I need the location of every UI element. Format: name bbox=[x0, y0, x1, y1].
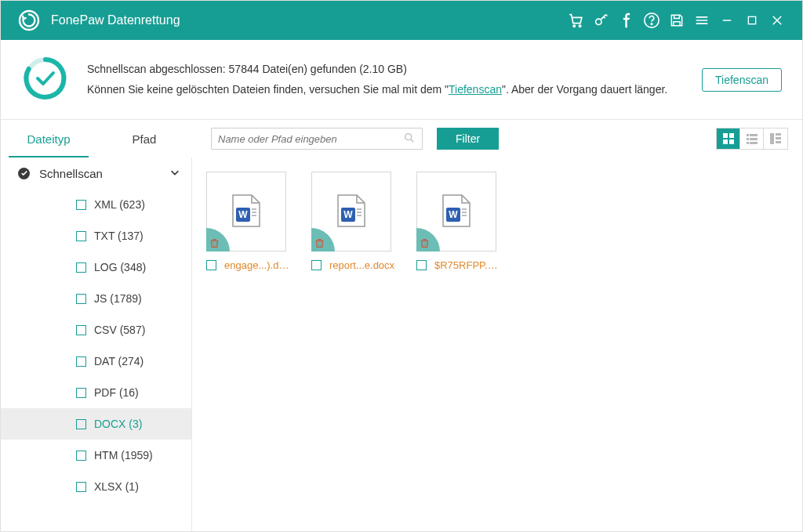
chevron-down-icon[interactable] bbox=[169, 167, 180, 180]
deep-scan-button[interactable]: Tiefenscan bbox=[702, 68, 782, 92]
checkbox-icon[interactable] bbox=[76, 388, 86, 398]
sidebar-item[interactable]: XLSX (1) bbox=[1, 471, 191, 502]
sidebar-item[interactable]: XML (623) bbox=[1, 189, 191, 220]
checkbox-icon[interactable] bbox=[76, 200, 86, 210]
key-icon[interactable] bbox=[589, 1, 614, 40]
file-label-row: $R75RFPP.docx bbox=[416, 259, 503, 271]
file-thumbnail[interactable]: W bbox=[416, 172, 496, 252]
sidebar-item[interactable]: DAT (274) bbox=[1, 346, 191, 377]
checkbox-icon[interactable] bbox=[76, 451, 86, 461]
svg-point-3 bbox=[596, 19, 601, 24]
svg-rect-17 bbox=[729, 133, 734, 138]
word-document-icon: W bbox=[231, 194, 261, 230]
checkbox-icon[interactable] bbox=[311, 260, 322, 270]
toolbar: Dateityp Pfad Filter bbox=[1, 120, 802, 157]
word-document-icon: W bbox=[441, 194, 471, 230]
svg-text:W: W bbox=[343, 209, 353, 220]
file-card[interactable]: W engage...).docx bbox=[206, 172, 292, 271]
tree-root-label: Schnellscan bbox=[39, 167, 103, 180]
sidebar-item[interactable]: DOCX (3) bbox=[1, 408, 191, 440]
svg-point-5 bbox=[651, 24, 652, 25]
checkbox-icon[interactable] bbox=[76, 231, 86, 241]
checkmark-icon bbox=[18, 168, 30, 179]
svg-text:W: W bbox=[238, 209, 248, 220]
tab-filetype[interactable]: Dateityp bbox=[1, 120, 96, 157]
checkbox-icon[interactable] bbox=[76, 294, 86, 304]
svg-rect-10 bbox=[748, 16, 755, 24]
svg-point-14 bbox=[405, 133, 412, 139]
svg-rect-28 bbox=[776, 137, 781, 139]
checkbox-icon[interactable] bbox=[76, 356, 86, 367]
deleted-badge-icon bbox=[311, 228, 335, 252]
filter-button[interactable]: Filter bbox=[437, 128, 499, 150]
file-name: report...e.docx bbox=[329, 259, 394, 271]
sidebar-item[interactable]: JS (1789) bbox=[1, 283, 191, 314]
facebook-icon[interactable] bbox=[614, 1, 639, 40]
file-label-row: report...e.docx bbox=[311, 259, 398, 271]
sidebar-item[interactable]: HTM (1959) bbox=[1, 440, 191, 471]
scan-file-count: 57844 Datei(en) gefunden (2.10 GB) bbox=[229, 63, 407, 75]
search-input[interactable] bbox=[218, 133, 403, 145]
checkbox-icon[interactable] bbox=[206, 260, 216, 270]
sidebar-item[interactable]: TXT (137) bbox=[1, 220, 191, 252]
app-title: FonePaw Datenrettung bbox=[51, 13, 180, 27]
titlebar: FonePaw Datenrettung bbox=[1, 1, 802, 40]
sidebar-item[interactable]: PDF (16) bbox=[1, 377, 191, 408]
scan-summary: Schnellscan abgeschlossen: 57844 Datei(e… bbox=[1, 40, 802, 120]
search-icon[interactable] bbox=[403, 132, 416, 147]
file-grid: W engage...).docx W report...e.docx W $R… bbox=[192, 157, 802, 532]
svg-point-2 bbox=[579, 25, 580, 27]
sidebar-item-label: LOG (348) bbox=[94, 261, 146, 273]
scan-complete-icon bbox=[21, 54, 70, 105]
sidebar-item-label: XLSX (1) bbox=[94, 480, 139, 493]
view-mode-switch bbox=[716, 128, 788, 150]
tab-path[interactable]: Pfad bbox=[96, 120, 192, 157]
svg-text:W: W bbox=[449, 209, 458, 220]
sidebar-item-label: JS (1789) bbox=[94, 292, 142, 305]
sidebar-item[interactable]: CSV (587) bbox=[1, 314, 191, 346]
view-grid-button[interactable] bbox=[717, 128, 740, 149]
checkbox-icon[interactable] bbox=[76, 482, 86, 492]
checkbox-icon[interactable] bbox=[76, 325, 86, 335]
scan-hint-prefix: Können Sie keine gelöschten Dateien find… bbox=[87, 83, 449, 96]
sidebar-item-label: DAT (274) bbox=[94, 355, 144, 367]
shop-icon[interactable] bbox=[564, 1, 589, 40]
svg-rect-27 bbox=[776, 133, 781, 136]
maximize-icon[interactable] bbox=[739, 1, 765, 40]
file-thumbnail[interactable]: W bbox=[206, 172, 286, 252]
sidebar-item-label: XML (623) bbox=[94, 198, 145, 211]
search-box[interactable] bbox=[211, 128, 423, 150]
sidebar-item-label: TXT (137) bbox=[94, 230, 144, 242]
svg-point-1 bbox=[573, 25, 575, 27]
word-document-icon: W bbox=[336, 194, 366, 230]
sidebar: Schnellscan XML (623)TXT (137)LOG (348)J… bbox=[1, 157, 192, 532]
help-icon[interactable] bbox=[639, 1, 664, 40]
view-list-button[interactable] bbox=[740, 128, 764, 149]
tree-root-schnellscan[interactable]: Schnellscan bbox=[1, 157, 191, 189]
file-thumbnail[interactable]: W bbox=[311, 172, 391, 252]
save-icon[interactable] bbox=[664, 1, 689, 40]
svg-rect-22 bbox=[747, 138, 749, 140]
main-area: Schnellscan XML (623)TXT (137)LOG (348)J… bbox=[1, 157, 802, 532]
file-name: engage...).docx bbox=[224, 259, 292, 271]
scan-summary-text: Schnellscan abgeschlossen: 57844 Datei(e… bbox=[87, 60, 702, 99]
file-card[interactable]: W $R75RFPP.docx bbox=[416, 172, 503, 271]
sidebar-item-label: DOCX (3) bbox=[94, 418, 142, 430]
svg-rect-25 bbox=[750, 142, 758, 144]
minimize-icon[interactable] bbox=[714, 1, 739, 40]
sidebar-item[interactable]: LOG (348) bbox=[1, 252, 191, 283]
sidebar-item-label: PDF (16) bbox=[94, 386, 139, 399]
scan-hint-suffix: ". Aber der Vorgang dauert länger. bbox=[502, 83, 667, 96]
close-icon[interactable] bbox=[765, 1, 790, 40]
menu-icon[interactable] bbox=[689, 1, 714, 40]
scan-summary-prefix: Schnellscan abgeschlossen: bbox=[87, 63, 229, 75]
checkbox-icon[interactable] bbox=[76, 262, 86, 273]
file-card[interactable]: W report...e.docx bbox=[311, 172, 398, 271]
svg-rect-23 bbox=[750, 138, 758, 140]
checkbox-icon[interactable] bbox=[416, 260, 427, 270]
view-detail-button[interactable] bbox=[764, 128, 787, 149]
file-label-row: engage...).docx bbox=[206, 259, 292, 271]
svg-rect-21 bbox=[750, 134, 758, 136]
deep-scan-link[interactable]: Tiefenscan bbox=[449, 83, 502, 96]
checkbox-icon[interactable] bbox=[76, 419, 86, 429]
